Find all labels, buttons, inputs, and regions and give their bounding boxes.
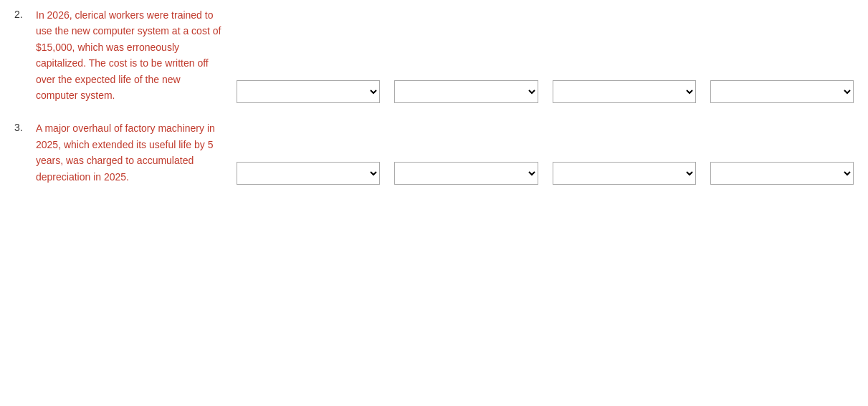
question-text-2: In 2026, clerical workers were trained t… (36, 7, 222, 103)
dropdown-wrapper-3-3 (553, 162, 696, 185)
dropdown-wrapper-2-4 (710, 80, 854, 103)
dropdown-wrapper-2-3 (553, 80, 696, 103)
q3-dropdown-2[interactable] (394, 162, 538, 185)
q2-dropdown-3[interactable] (553, 80, 696, 103)
q3-dropdown-1[interactable] (237, 162, 380, 185)
dropdown-wrapper-3-2 (394, 162, 538, 185)
dropdown-wrapper-3-1 (237, 162, 380, 185)
dropdown-wrapper-2-2 (394, 80, 538, 103)
question-row-3: 3. A major overhaul of factory machinery… (14, 120, 854, 185)
q2-dropdown-1[interactable] (237, 80, 380, 103)
q3-dropdown-4[interactable] (710, 162, 854, 185)
dropdowns-row-3 (237, 162, 854, 185)
page-container: 2. In 2026, clerical workers were traine… (0, 0, 868, 406)
question-row-2: 2. In 2026, clerical workers were traine… (14, 7, 854, 103)
question-number-2: 2. (14, 7, 36, 20)
q3-dropdown-3[interactable] (553, 162, 696, 185)
dropdowns-row-2 (237, 80, 854, 103)
q2-dropdown-4[interactable] (710, 80, 854, 103)
question-number-3: 3. (14, 120, 36, 133)
dropdown-wrapper-3-4 (710, 162, 854, 185)
question-text-3: A major overhaul of factory machinery in… (36, 120, 222, 185)
q2-dropdown-2[interactable] (394, 80, 538, 103)
dropdown-wrapper-2-1 (237, 80, 380, 103)
